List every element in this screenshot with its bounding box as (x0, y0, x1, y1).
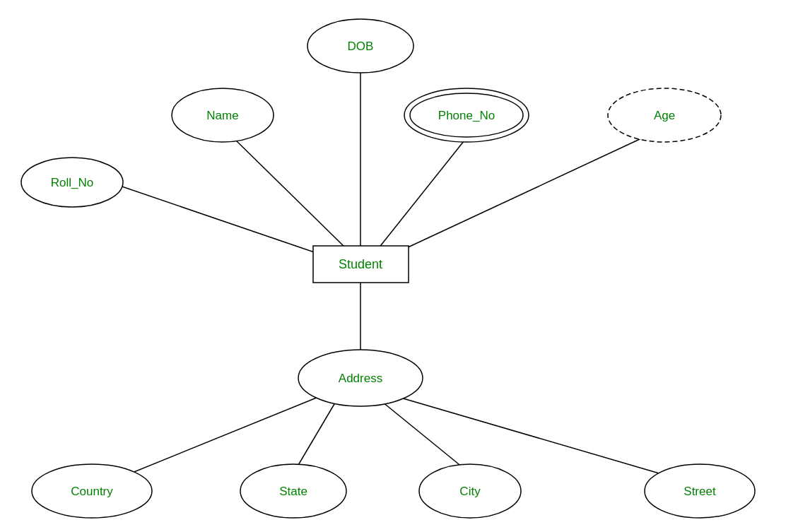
country-label: Country (71, 485, 113, 498)
svg-line-2 (378, 138, 467, 249)
city-label: City (459, 485, 481, 498)
roll-no-label: Roll_No (51, 176, 93, 189)
state-label: State (279, 485, 307, 498)
svg-line-7 (293, 396, 339, 473)
dob-label: DOB (348, 40, 374, 53)
svg-line-3 (396, 134, 650, 253)
svg-line-9 (389, 394, 679, 479)
svg-line-4 (110, 182, 331, 258)
student-label: Student (339, 257, 382, 271)
svg-line-8 (375, 396, 470, 473)
age-label: Age (654, 109, 675, 122)
phone-no-label: Phone_No (438, 109, 495, 122)
street-label: Street (684, 485, 716, 498)
name-label: Name (206, 109, 238, 122)
svg-line-1 (233, 138, 346, 249)
address-label: Address (339, 372, 382, 385)
